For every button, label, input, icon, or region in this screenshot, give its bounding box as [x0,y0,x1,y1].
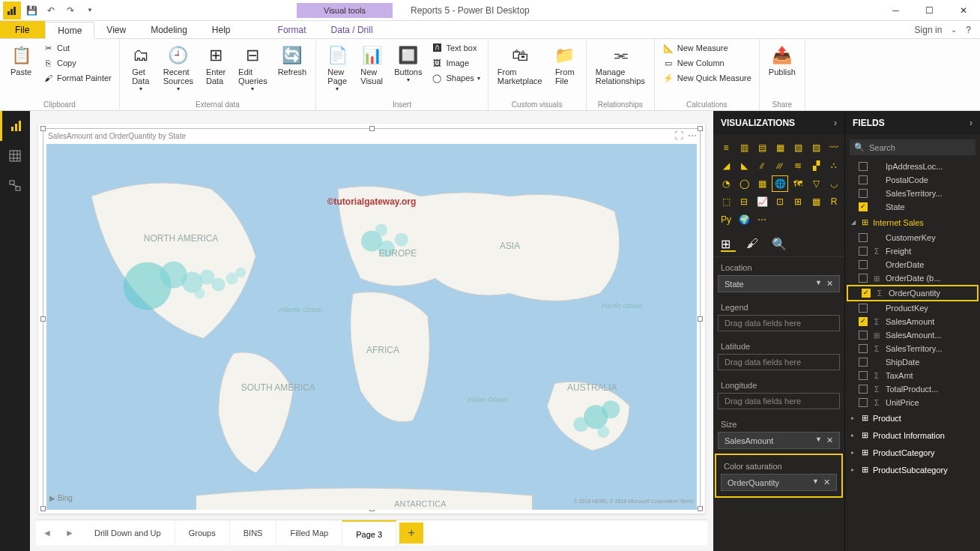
new-measure-button[interactable]: 📐New Measure [659,40,754,55]
page-next-button[interactable]: ► [58,528,81,538]
field-item[interactable]: ΣSalesTerritory... [845,342,980,355]
help-icon[interactable]: ? [966,25,971,35]
format-tab-icon[interactable]: 🖌 [746,237,761,252]
new-page-button[interactable]: 📄New Page▾ [321,40,354,95]
checkbox[interactable] [859,247,868,256]
filled-map-icon[interactable]: 🗺 [790,175,806,192]
recent-sources-button[interactable]: 🕘Recent Sources▾ [159,40,198,95]
field-item[interactable]: ΣUnitPrice [845,396,980,409]
field-item[interactable]: OrderDate [845,258,980,271]
combo2-icon[interactable]: ⫻ [772,157,788,174]
field-item[interactable]: State [845,200,980,214]
redo-icon[interactable]: ↷ [61,1,79,19]
field-item[interactable]: SalesTerritory... [845,187,980,200]
tab-view[interactable]: View [94,21,139,38]
py-visual-icon[interactable]: Py [718,211,734,228]
page-tab[interactable]: Page 3 [342,520,396,546]
report-page[interactable]: SalesAmount and OrderQuantity by State ⛶… [38,124,705,514]
arcgis-icon[interactable]: 🌍 [736,211,752,228]
stacked-area-icon[interactable]: ◣ [736,157,752,174]
maximize-button[interactable]: ☐ [913,0,946,21]
bar100-icon[interactable]: ▧ [790,139,806,156]
page-tab[interactable]: BINS [230,520,277,546]
checkbox[interactable] [859,371,868,380]
report-view-button[interactable] [0,111,30,141]
checkbox[interactable] [859,189,868,198]
field-item[interactable]: ⊞OrderDate (b... [845,271,980,285]
data-view-button[interactable] [0,141,30,171]
checkbox[interactable] [859,385,868,394]
chevron-down-icon[interactable]: ▼ [812,478,819,487]
from-file-button[interactable]: 📁From File [548,40,581,88]
slicer-icon[interactable]: ⊡ [772,193,788,210]
field-item[interactable]: ΣTotalProduct... [845,382,980,396]
tab-file[interactable]: File [0,21,45,38]
page-tab[interactable]: Filled Map [276,520,342,546]
refresh-button[interactable]: 🔄Refresh [273,40,312,79]
page-tab[interactable]: Drill Down and Up [81,520,175,546]
fields-tab-icon[interactable]: ⊞ [721,237,736,252]
edit-queries-button[interactable]: ⊟Edit Queries▾ [234,40,272,95]
enter-data-button[interactable]: ⊞Enter Data [199,40,232,88]
tab-modeling[interactable]: Modeling [139,21,200,38]
fields-header[interactable]: FIELDS› [845,111,980,135]
page-prev-button[interactable]: ◄ [36,528,58,538]
field-item[interactable]: ΣFreight [845,244,980,258]
image-button[interactable]: 🖼Image [428,55,483,70]
close-button[interactable]: ✕ [946,0,980,21]
search-input[interactable]: 🔍Search [850,139,976,155]
tab-format[interactable]: Format [266,21,319,38]
checkbox[interactable] [862,289,871,298]
field-item[interactable]: ΣSalesAmount [845,315,980,328]
checkbox[interactable] [859,274,868,283]
table-item[interactable]: ▸⊞Product Information [845,427,980,444]
tab-home[interactable]: Home [45,22,94,39]
focus-mode-icon[interactable]: ⛶ [674,130,683,141]
checkbox[interactable] [859,162,868,171]
scatter-icon[interactable]: ∴ [826,157,842,174]
tab-data-drill[interactable]: Data / Drill [319,21,386,38]
card-icon[interactable]: ⬚ [718,193,734,210]
minimize-button[interactable]: ─ [879,0,913,21]
table-icon[interactable]: ⊞ [790,193,806,210]
map-visual[interactable]: SalesAmount and OrderQuantity by State ⛶… [43,128,701,509]
multi-row-icon[interactable]: ⊟ [736,193,752,210]
chevron-down-icon[interactable]: ⌄ [951,25,957,34]
field-item[interactable]: ⊞SalesAmount... [845,328,980,342]
r-visual-icon[interactable]: R [826,193,842,210]
field-item[interactable]: ProductKey [845,301,980,315]
checkbox[interactable] [859,304,868,313]
save-icon[interactable]: 💾 [22,1,40,19]
remove-colorsat-icon[interactable]: ✕ [823,478,830,487]
funnel-icon[interactable]: ▽ [808,175,824,192]
checkbox[interactable] [859,202,868,211]
format-painter-button[interactable]: 🖌Format Painter [39,70,115,85]
checkbox[interactable] [859,358,868,367]
table-item[interactable]: ▸⊞Product [845,409,980,427]
waterfall-icon[interactable]: ▞ [808,157,824,174]
ribbon-icon[interactable]: ≋ [790,157,806,174]
table-item[interactable]: ▸⊞ProductSubcategory [845,461,980,478]
text-box-button[interactable]: 🅰Text box [428,40,483,55]
checkbox[interactable] [859,398,868,407]
table-item[interactable]: ▸⊞ProductCategory [845,444,980,461]
visualizations-header[interactable]: VISUALIZATIONS› [713,111,844,135]
get-data-button[interactable]: 🗂Get Data▾ [124,40,157,95]
add-page-button[interactable]: + [399,523,423,544]
more-options-icon[interactable]: ⋯ [688,130,697,141]
signin-link[interactable]: Sign in [915,25,943,35]
qat-dropdown-icon[interactable]: ▼ [81,1,99,19]
manage-relationships-button[interactable]: ⫘Manage Relationships [591,40,650,88]
remove-size-icon[interactable]: ✕ [826,436,833,445]
new-column-button[interactable]: ▭New Column [659,55,754,70]
stacked-column-icon[interactable]: ▥ [736,139,752,156]
shapes-button[interactable]: ◯Shapes▾ [428,70,483,85]
stacked-bar-icon[interactable]: ≡ [718,139,734,156]
cut-button[interactable]: ✂Cut [39,40,115,55]
legend-well[interactable]: Drag data fields here [718,315,840,331]
field-item[interactable]: CustomerKey [845,231,980,244]
field-item[interactable]: ShipDate [845,355,980,369]
longitude-well[interactable]: Drag data fields here [718,393,840,409]
from-marketplace-button[interactable]: 🛍From Marketplace [493,40,547,88]
checkbox[interactable] [859,331,868,340]
